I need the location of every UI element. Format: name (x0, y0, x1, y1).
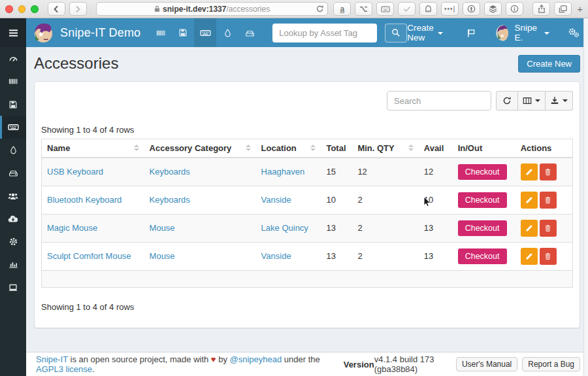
reload-icon (316, 5, 324, 13)
asset-tag-search-input[interactable] (272, 24, 377, 43)
option-key-icon (359, 6, 368, 12)
user-menu[interactable]: Snipe E. (496, 23, 550, 43)
pencil-icon (525, 168, 533, 176)
create-new-button[interactable]: Create New (518, 55, 580, 73)
sidebar-item-predefined-kits[interactable] (0, 207, 26, 230)
sidebar-item-dashboard[interactable] (0, 47, 26, 70)
accessory-name-link[interactable]: Bluetooth Keyboard (47, 195, 122, 205)
location-link[interactable]: Vanside (261, 251, 291, 261)
window-close-button[interactable] (5, 5, 13, 13)
brand[interactable]: Snipe-IT Demo (26, 18, 147, 47)
delete-button[interactable] (540, 248, 557, 265)
more-tools-extension-button[interactable]: •••| (441, 2, 459, 16)
category-link[interactable]: Keyboards (150, 195, 190, 205)
checkout-button[interactable]: Checkout (458, 192, 507, 208)
vk-check-icon (403, 6, 411, 12)
column-header-category[interactable]: Accessory Category (144, 139, 256, 158)
sidebar-item-reports[interactable] (0, 253, 26, 276)
asset-tag-search-button[interactable] (385, 24, 407, 43)
padlock-icon (154, 5, 160, 12)
scrollbar-track[interactable] (583, 18, 588, 376)
delete-button[interactable] (540, 192, 557, 209)
navbar-create-new-menu[interactable]: Create New (407, 23, 443, 43)
sidebar-item-components[interactable] (0, 162, 26, 184)
cogs-icon (568, 27, 580, 38)
accessory-name-link[interactable]: Sculpt Comfort Mouse (47, 251, 131, 261)
accessory-name-link[interactable]: Magic Mouse (47, 223, 97, 233)
navbar-licenses-link[interactable] (172, 18, 194, 47)
accessory-name-link[interactable]: USB Keyboard (47, 167, 103, 177)
admin-settings-menu[interactable] (568, 27, 580, 38)
app-footer: Snipe-IT is an open source project, made… (26, 352, 588, 376)
sidebar-item-assets[interactable] (0, 70, 26, 93)
checkout-button[interactable]: Checkout (458, 248, 507, 264)
address-bar[interactable]: snipe-it.dev:1337/accessories (96, 2, 328, 16)
bell-extension-button[interactable] (419, 2, 437, 16)
navbar-components-link[interactable] (238, 18, 261, 47)
column-header-location[interactable]: Location (256, 139, 321, 158)
category-link[interactable]: Keyboards (150, 167, 190, 177)
bar-chart-icon (8, 260, 18, 269)
navbar-consumables-link[interactable] (216, 18, 238, 47)
column-header-total[interactable]: Total (321, 139, 352, 158)
new-tab-button[interactable]: + (577, 3, 583, 14)
sidebar-item-requestable[interactable] (0, 276, 26, 299)
sidebar-item-settings[interactable] (0, 230, 26, 253)
edit-button[interactable] (521, 248, 538, 265)
columns-button[interactable] (518, 91, 546, 111)
edit-button[interactable] (521, 163, 538, 180)
snipeyhead-link[interactable]: @snipeyhead (230, 354, 282, 364)
export-button[interactable] (546, 91, 573, 111)
flag-icon (466, 28, 476, 38)
refresh-button[interactable] (496, 91, 518, 111)
droplet-icon (223, 29, 232, 37)
column-header-name[interactable]: Name (42, 139, 144, 158)
avail-value: 10 (419, 186, 453, 214)
laptop-icon (8, 282, 18, 293)
browser-forward-button[interactable] (69, 2, 87, 16)
edit-button[interactable] (521, 192, 538, 209)
amazon-extension-button[interactable]: a (333, 2, 351, 16)
sidebar-item-licenses[interactable] (0, 93, 26, 116)
info-extension-button[interactable] (506, 2, 523, 16)
column-header-min-qty[interactable]: Min. QTY (352, 139, 418, 158)
tabs-overview-button[interactable] (554, 2, 572, 16)
sidebar-item-consumables[interactable] (0, 139, 26, 162)
delete-button[interactable] (540, 163, 557, 180)
snipeit-link[interactable]: Snipe-IT (36, 354, 68, 364)
agpl3-license-link[interactable]: AGPL3 license (36, 364, 92, 374)
category-link[interactable]: Mouse (150, 251, 175, 261)
keyboard-extension-button[interactable] (376, 2, 394, 16)
window-minimize-button[interactable] (18, 5, 26, 13)
option-key-extension-button[interactable] (355, 2, 372, 16)
navbar-assets-link[interactable] (150, 18, 172, 47)
sidebar-item-people[interactable] (0, 184, 26, 207)
snipeit-logo (33, 22, 54, 44)
people-icon (8, 191, 18, 201)
window-zoom-button[interactable] (31, 5, 39, 13)
browser-back-button[interactable] (48, 2, 65, 16)
table-row: USB Keyboard Keyboards Haaghaven 15 12 1… (42, 158, 573, 186)
delete-button[interactable] (540, 220, 557, 237)
location-link[interactable]: Haaghaven (261, 167, 305, 177)
navbar-accessories-link[interactable] (194, 18, 216, 47)
flag-menu[interactable] (466, 28, 476, 38)
users-manual-button[interactable]: User's Manual (456, 357, 517, 371)
reload-button[interactable] (316, 5, 324, 13)
edit-button[interactable] (521, 220, 538, 237)
category-link[interactable]: Mouse (150, 223, 175, 233)
sidebar-toggle-button[interactable] (0, 18, 26, 47)
checkout-button[interactable]: Checkout (458, 164, 507, 180)
table-row: Bluetooth Keyboard Keyboards Vanside 10 … (42, 186, 573, 214)
sidebar-item-accessories[interactable] (0, 116, 26, 139)
vk-extension-button[interactable] (398, 2, 416, 16)
location-link[interactable]: Vanside (261, 195, 291, 205)
onepassword-extension-button[interactable] (463, 2, 480, 16)
column-header-avail[interactable]: Avail (419, 139, 453, 158)
report-bug-button[interactable]: Report a Bug (522, 357, 580, 371)
checkout-button[interactable]: Checkout (458, 220, 507, 236)
share-button[interactable] (532, 2, 550, 16)
layers-extension-button[interactable] (484, 2, 502, 16)
location-link[interactable]: Lake Quincy (261, 223, 308, 233)
table-search-input[interactable] (387, 91, 491, 111)
